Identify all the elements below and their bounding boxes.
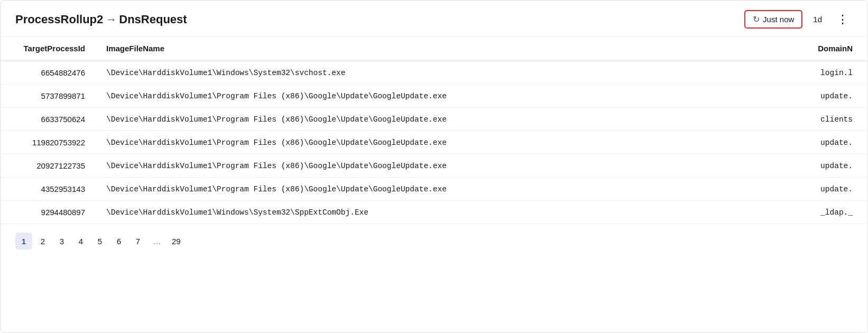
cell-process-id: 6633750624 <box>1 108 96 131</box>
title-arrow: → <box>105 13 117 26</box>
data-table: TargetProcessId ImageFileName DomainN 66… <box>1 36 867 224</box>
cell-domain-n: update. <box>752 154 867 178</box>
page-button-1[interactable]: 1 <box>15 233 32 249</box>
cell-domain-n: login.l <box>752 61 867 85</box>
table-row: 119820753922\Device\HarddiskVolume1\Prog… <box>1 131 867 154</box>
cell-image-file-name: \Device\HarddiskVolume1\Program Files (x… <box>96 108 752 131</box>
cell-domain-n: update. <box>752 85 867 108</box>
cell-domain-n: update. <box>752 178 867 201</box>
header-actions: ↻ Just now 1d ⋮ <box>744 10 853 29</box>
cell-domain-n: update. <box>752 131 867 154</box>
cell-process-id: 5737899871 <box>1 85 96 108</box>
table-row: 6633750624\Device\HarddiskVolume1\Progra… <box>1 108 867 131</box>
refresh-button[interactable]: ↻ Just now <box>744 10 802 29</box>
col-header-domain-n: DomainN <box>752 36 867 61</box>
cell-process-id: 9294480897 <box>1 201 96 224</box>
table-row: 9294480897\Device\HarddiskVolume1\Window… <box>1 201 867 224</box>
cell-image-file-name: \Device\HarddiskVolume1\Windows\System32… <box>96 201 752 224</box>
cell-process-id: 4352953143 <box>1 178 96 201</box>
page-title: ProcessRollup2→DnsRequest <box>15 13 187 26</box>
col-header-image-file-name: ImageFileName <box>96 36 752 61</box>
time-range-button[interactable]: 1d <box>809 12 826 27</box>
col-header-target-process-id: TargetProcessId <box>1 36 96 61</box>
page-button-2[interactable]: 2 <box>34 233 51 249</box>
table-row: 4352953143\Device\HarddiskVolume1\Progra… <box>1 178 867 201</box>
more-options-button[interactable]: ⋮ <box>833 12 853 27</box>
table-container: TargetProcessId ImageFileName DomainN 66… <box>1 36 867 224</box>
table-row: 20927122735\Device\HarddiskVolume1\Progr… <box>1 154 867 178</box>
cell-image-file-name: \Device\HarddiskVolume1\Program Files (x… <box>96 154 752 178</box>
cell-image-file-name: \Device\HarddiskVolume1\Program Files (x… <box>96 178 752 201</box>
cell-process-id: 119820753922 <box>1 131 96 154</box>
cell-domain-n: clients <box>752 108 867 131</box>
cell-image-file-name: \Device\HarddiskVolume1\Windows\System32… <box>96 61 752 85</box>
refresh-label: Just now <box>763 15 794 24</box>
page-button-29[interactable]: 29 <box>168 233 185 249</box>
table-row: 5737899871\Device\HarddiskVolume1\Progra… <box>1 85 867 108</box>
cell-image-file-name: \Device\HarddiskVolume1\Program Files (x… <box>96 131 752 154</box>
pagination: 1 2 3 4 5 6 7 … 29 <box>1 224 867 258</box>
title-part2: DnsRequest <box>119 13 187 26</box>
cell-process-id: 6654882476 <box>1 61 96 85</box>
page-button-4[interactable]: 4 <box>72 233 89 249</box>
page-button-6[interactable]: 6 <box>110 233 127 249</box>
page-button-5[interactable]: 5 <box>91 233 108 249</box>
page-button-3[interactable]: 3 <box>53 233 70 249</box>
table-header-row: TargetProcessId ImageFileName DomainN <box>1 36 867 61</box>
header: ProcessRollup2→DnsRequest ↻ Just now 1d … <box>1 1 867 36</box>
cell-process-id: 20927122735 <box>1 154 96 178</box>
cell-domain-n: _ldap._ <box>752 201 867 224</box>
title-part1: ProcessRollup2 <box>15 13 103 26</box>
refresh-icon: ↻ <box>753 14 760 24</box>
table-row: 6654882476\Device\HarddiskVolume1\Window… <box>1 61 867 85</box>
page-button-7[interactable]: 7 <box>130 233 146 249</box>
cell-image-file-name: \Device\HarddiskVolume1\Program Files (x… <box>96 85 752 108</box>
table-body: 6654882476\Device\HarddiskVolume1\Window… <box>1 61 867 224</box>
page-ellipsis: … <box>149 233 165 249</box>
page-container: ProcessRollup2→DnsRequest ↻ Just now 1d … <box>0 0 868 333</box>
